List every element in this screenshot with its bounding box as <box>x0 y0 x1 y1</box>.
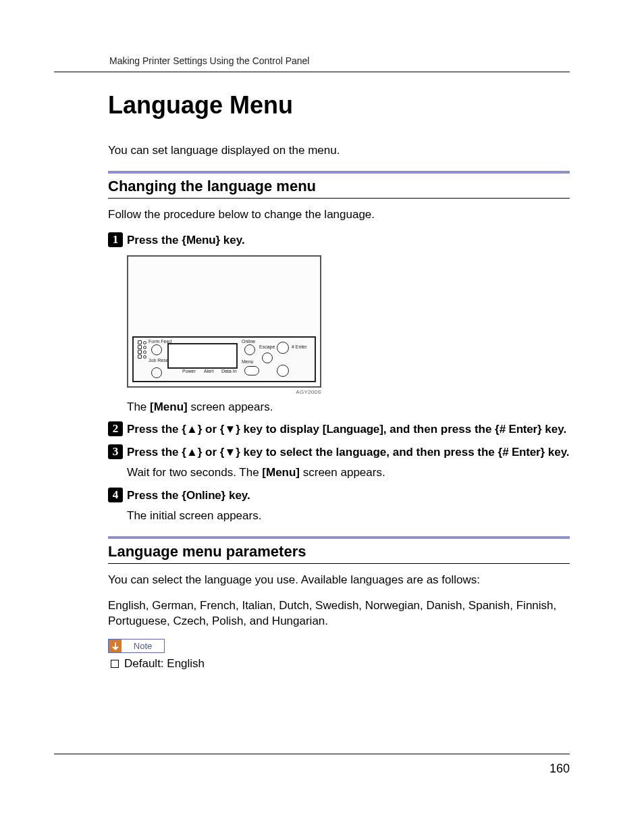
text: Press the <box>127 234 182 246</box>
section-heading-parameters: Language menu parameters <box>108 543 570 561</box>
section1-lead: Follow the procedure below to change the… <box>108 207 570 223</box>
text: , and then press the <box>383 423 495 436</box>
label-alert: Alert <box>204 369 213 373</box>
lcd-display <box>167 343 238 369</box>
square-bullet-icon <box>111 660 119 668</box>
page-number: 160 <box>549 762 570 776</box>
text: key. <box>225 489 250 502</box>
key-label: Language <box>326 423 379 436</box>
bracket: { <box>182 446 186 459</box>
section-rule <box>108 171 570 174</box>
text: key. <box>545 446 570 459</box>
text: key to select the language, and then pre… <box>240 446 498 459</box>
header-rule <box>54 72 570 72</box>
text: Press the <box>127 423 182 436</box>
status-icons <box>138 340 149 359</box>
up-button <box>277 342 289 354</box>
text: key to display <box>240 423 323 436</box>
default-text: Default: English <box>124 657 205 671</box>
text: or <box>202 423 219 436</box>
bracket: } <box>537 423 542 436</box>
step-4-followup: The initial screen appears. <box>127 508 570 524</box>
step-4-text: Press the {Online} key. <box>127 488 250 504</box>
up-arrow-icon: ▲ <box>186 423 198 436</box>
step-1-followup: The [Menu] screen appears. <box>127 399 570 415</box>
label-job-reset: Job Reset <box>149 358 170 363</box>
params-p1: You can select the language you use. Ava… <box>108 572 570 588</box>
step-1: 1 Press the {Menu} key. <box>108 232 570 249</box>
text: or <box>202 446 219 459</box>
bracket: { <box>495 423 500 436</box>
up-arrow-icon: ▲ <box>186 446 198 459</box>
text: Press the <box>127 446 182 459</box>
step-3-followup: Wait for two seconds. The [Menu] screen … <box>127 465 570 481</box>
step-4: 4 Press the {Online} key. <box>108 488 570 504</box>
running-head: Making Printer Settings Using the Contro… <box>109 55 570 68</box>
step-2: 2 Press the {▲} or {▼} key to display [L… <box>108 421 570 438</box>
form-feed-button <box>151 344 162 355</box>
step-number-icon: 4 <box>108 488 123 502</box>
note-label: Note <box>122 640 164 652</box>
step-2-text: Press the {▲} or {▼} key to display [Lan… <box>127 422 566 438</box>
label-enter: # Enter <box>292 344 307 349</box>
step-3-text: Press the {▲} or {▼} key to select the l… <box>127 445 570 461</box>
text: Press the <box>127 489 182 502</box>
section-rule <box>108 536 570 539</box>
key-label: Menu <box>186 234 216 246</box>
menu-button <box>244 366 259 375</box>
online-button <box>244 344 255 355</box>
note-badge: Note <box>108 639 165 653</box>
key-label: Online <box>186 489 221 502</box>
params-p2: English, German, French, Italian, Dutch,… <box>108 598 570 630</box>
step-3: 3 Press the {▲} or {▼} key to select the… <box>108 444 570 461</box>
text: key. <box>542 423 567 436</box>
bracket: { <box>182 423 186 436</box>
panel-inner: Form Feed Job Reset Power Alert Data In … <box>132 336 316 382</box>
control-panel-figure: Form Feed Job Reset Power Alert Data In … <box>127 255 570 395</box>
bracket: { <box>182 234 186 246</box>
step-number-icon: 2 <box>108 421 123 436</box>
key-label: # Enter <box>502 446 540 459</box>
job-reset-button <box>151 367 162 378</box>
section-underline <box>108 198 570 199</box>
bracket: } <box>236 446 240 459</box>
label-data-in: Data In <box>221 369 237 373</box>
down-button <box>277 365 289 377</box>
step-number-icon: 3 <box>108 444 123 459</box>
intro-text: You can set language displayed on the me… <box>108 142 570 159</box>
down-arrow-icon: ▼ <box>224 446 236 459</box>
label-online: Online <box>242 339 255 344</box>
default-bullet: Default: English <box>111 657 570 671</box>
step-number-icon: 1 <box>108 232 123 247</box>
key-label: # Enter <box>500 423 537 436</box>
label-escape: Escape <box>259 344 275 349</box>
text: key. <box>220 234 245 246</box>
label-power: Power <box>182 369 196 373</box>
step-1-text: Press the {Menu} key. <box>127 233 245 249</box>
page-title: Language Menu <box>108 91 570 120</box>
section-heading-changing: Changing the language menu <box>108 178 570 195</box>
down-arrow-icon: ▼ <box>224 423 236 436</box>
section-underline <box>108 563 570 564</box>
label-menu: Menu <box>242 359 254 364</box>
escape-button <box>262 353 273 363</box>
panel-frame: Form Feed Job Reset Power Alert Data In … <box>127 255 321 388</box>
note-arrow-icon <box>109 640 122 652</box>
footer-rule <box>54 754 570 754</box>
bracket: } <box>236 423 240 436</box>
figure-caption: AGY200S <box>127 389 321 395</box>
bracket: { <box>182 489 186 502</box>
